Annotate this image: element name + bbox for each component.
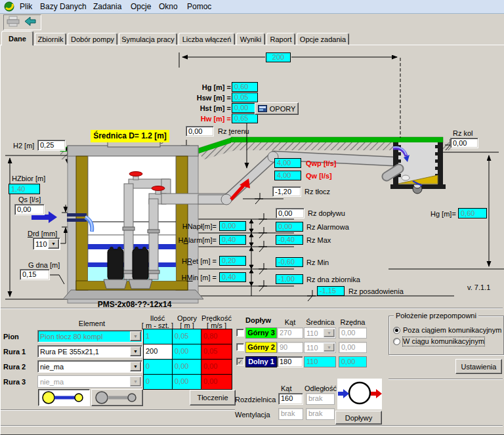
separator (1, 308, 503, 309)
dolny1-rzedna-field: 0,00 (339, 356, 367, 367)
qs-field[interactable]: 0,00 (14, 204, 45, 215)
hret-field: 0,20 (219, 256, 246, 266)
wentylacja-odl-field: brak (306, 408, 335, 420)
hw-label: Hw [m] = (165, 115, 231, 123)
rz-doplywu-label: Rz dopływu (308, 209, 345, 218)
rura2-opory-cell: 0,00 (172, 359, 201, 375)
gorny2-srednica-dropdown: 110▼ (304, 342, 336, 353)
rura2-speed-cell: 0,00 (201, 359, 232, 375)
manhole-drawing (387, 142, 446, 194)
separator (1, 425, 503, 426)
col-qty-header: Ilość[ m - szt. ] (140, 315, 175, 329)
gorny2-rzedna-field: 0,00 (339, 342, 367, 353)
ustawienia-button[interactable]: Ustawienia (455, 359, 502, 374)
rura2-element-dropdown[interactable]: nie_ma▼ (37, 360, 142, 373)
hg-right-field: 0,60 (458, 208, 487, 218)
tloczenie-button[interactable]: Tłoczenie (190, 390, 236, 405)
position-radio-w-ciagu[interactable] (393, 338, 400, 345)
rura1-element-dropdown[interactable]: Rura PE 355x21,1▼ (37, 345, 142, 358)
rz-kol-field[interactable]: 0,00 (450, 138, 478, 148)
rozdzielnica-kat-field[interactable]: 160 (278, 393, 303, 405)
qs-label: Qs [l/s] (18, 196, 41, 204)
pipe-type-pressure-button[interactable] (38, 389, 90, 406)
opory-icon (258, 105, 267, 112)
rz-terenu-field[interactable]: 0,00 (186, 126, 214, 136)
col-element-header: Element (59, 320, 125, 327)
dropdown-arrow-icon: ▼ (324, 343, 335, 352)
pipe-type-gravity-button[interactable] (91, 389, 143, 406)
dropdown-arrow-icon: ▼ (130, 377, 141, 386)
rura3-speed-cell: 0,00 (201, 374, 232, 390)
rura3-opory-cell: 0,00 (172, 374, 201, 390)
gorny2-label: Górny 2 (245, 342, 277, 353)
pion-opory-cell: 0,05 (172, 329, 201, 344)
doplywy-button[interactable]: Dopływy (335, 411, 382, 425)
hg-field: 0,60 (232, 82, 258, 92)
rura1-qty-cell[interactable]: 200 (143, 344, 173, 360)
pump-station-plan-icon (337, 379, 382, 409)
rz-kol-label: Rz kol (453, 129, 473, 138)
hret-label: HRet [m] = (158, 257, 217, 266)
gorny3-label: Górny 3 (245, 327, 277, 339)
hnapl-label: HNapł[m]= (158, 222, 217, 231)
halarm-label: HAlarm[m]= (158, 236, 217, 245)
drd-dropdown[interactable]: 110▼ (33, 238, 60, 250)
dolny1-srednica-field: 110 (304, 356, 336, 367)
pion-element-dropdown: Pion tłocz 80 kompl▼ (37, 330, 142, 342)
opory-button[interactable]: OPORY (255, 102, 299, 115)
gorny3-kat-field: 270 (277, 327, 303, 339)
rura2-qty-cell: 0 (143, 359, 173, 375)
rozdzielnica-odl-field: brak (306, 393, 335, 405)
hmin-label: HMin [m] = (158, 274, 217, 282)
gorny3-srednica-dropdown: 110▼ (304, 327, 336, 339)
rz-tlocz-field[interactable]: -1,20 (272, 186, 301, 197)
qwp-field: 4,00 (274, 158, 301, 168)
h2-label: H2 [m] (13, 142, 34, 150)
rz-dna-label: Rz dna zbiornika (306, 276, 360, 284)
gorny2-checkbox[interactable] (236, 343, 244, 351)
rura1-opory-cell: 0,00 (172, 344, 201, 360)
position-option-poza[interactable]: Poza ciągiem komunikacyjnym (403, 326, 501, 335)
wentylacja-kat-field: brak (278, 408, 303, 420)
rz-dna-field: -1,00 (276, 274, 303, 284)
h2-field[interactable]: 0,25 (37, 140, 66, 151)
rz-doplywu-field[interactable]: 0,00 (276, 208, 304, 218)
gdna-field[interactable]: 0,15 (20, 269, 50, 280)
qwp-label: Qwp [l/s] (306, 159, 336, 168)
row-label-rura1: Rura 1 (3, 348, 26, 356)
hsw-field: 0,05 (232, 93, 258, 102)
wentylacja-label: Wentylacja (235, 411, 270, 419)
hst-field: 0,00 (232, 103, 258, 113)
rz-max-label: Rz Max (306, 236, 331, 245)
pump-station-design-app: { "icons": { "dropdown_arrow": "▼", "che… (0, 0, 504, 435)
hg-label: Hg [m] = (165, 83, 231, 92)
kat2-header: Kąt (281, 384, 292, 393)
separator (1, 409, 235, 411)
col-rzedna-header: Rzędna (339, 318, 367, 327)
hzbior-label: HZbior [m] (12, 175, 45, 183)
dropdown-arrow-icon[interactable]: ▼ (130, 346, 141, 356)
rozdzielnica-label: Rozdzielnica (235, 396, 276, 404)
dolny1-checkbox: ✓ (236, 358, 244, 365)
dropdown-arrow-icon[interactable]: ▼ (48, 239, 59, 249)
gorny3-checkbox[interactable] (236, 329, 244, 337)
position-option-w-ciagu[interactable]: W ciągu komunikacyjnym (403, 337, 484, 346)
hst-label: Hst [m] = (165, 104, 231, 113)
gorny3-rzedna-field: 0,00 (339, 327, 367, 339)
tab-dane[interactable]: Dane (1, 31, 33, 46)
dolny1-kat-field[interactable]: 180 (277, 356, 303, 367)
row-label-rura2: Rura 2 (3, 363, 26, 371)
odleglosc-header: Odległość (304, 384, 337, 393)
row-label-rura3: Rura 3 (3, 378, 26, 386)
version-label: v. 7.1.1 (467, 283, 490, 292)
dim-200-field: 200 (266, 52, 291, 62)
rz-min-label: Rz Min (306, 259, 329, 267)
rura1-speed-cell: 0,05 (201, 344, 232, 360)
position-groupbox (388, 316, 504, 355)
dropdown-arrow-icon[interactable]: ▼ (130, 362, 141, 371)
position-radio-poza[interactable] (393, 327, 400, 334)
col-srednica-header: Średnica (304, 318, 336, 327)
pion-qty-cell: 1 (143, 329, 173, 344)
dolny1-label: Dolny 1 (245, 356, 277, 367)
rura3-qty-cell: 0 (143, 374, 173, 390)
